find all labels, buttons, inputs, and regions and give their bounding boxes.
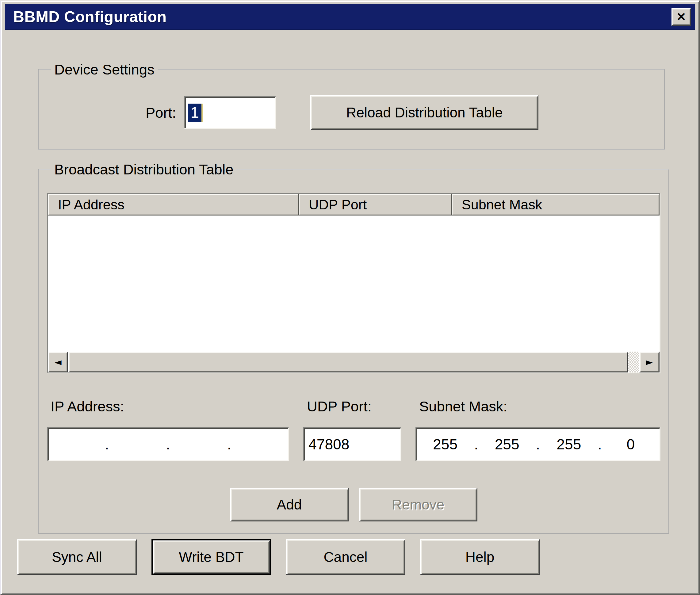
udp-port-label: UDP Port: — [303, 398, 401, 415]
sync-all-button[interactable]: Sync All — [17, 539, 137, 575]
subnet-dot: . — [597, 436, 601, 453]
broadcast-distribution-table-legend: Broadcast Distribution Table — [51, 161, 236, 178]
port-input-selected-text: 1 — [188, 104, 203, 122]
listview-header: IP Address UDP Port Subnet Mask — [48, 194, 660, 216]
remove-button: Remove — [359, 488, 477, 521]
window-title: BBMD Configuration — [13, 8, 671, 26]
entry-labels-row: IP Address: UDP Port: Subnet Mask: — [47, 398, 661, 415]
port-label: Port: — [146, 104, 176, 121]
subnet-mask-label: Subnet Mask: — [416, 398, 661, 415]
ip-dot: . — [105, 436, 109, 453]
close-icon: ✕ — [676, 11, 686, 23]
add-remove-row: Add Remove — [47, 488, 661, 521]
subnet-mask-input[interactable]: 255 . 255 . 255 . 0 — [416, 427, 661, 461]
close-button[interactable]: ✕ — [671, 8, 691, 26]
broadcast-distribution-table-group: Broadcast Distribution Table IP Address … — [38, 161, 669, 534]
subnet-octet-3[interactable]: 255 — [540, 436, 597, 453]
add-button[interactable]: Add — [230, 488, 348, 521]
scroll-left-button[interactable]: ◄ — [48, 351, 68, 372]
ip-address-label: IP Address: — [47, 398, 289, 415]
horizontal-scrollbar: ◄ ► — [48, 351, 660, 372]
scrollbar-thumb[interactable] — [68, 351, 628, 372]
udp-port-value: 47808 — [308, 436, 349, 453]
scroll-left-icon: ◄ — [54, 358, 61, 367]
listview-body-empty[interactable] — [48, 216, 660, 351]
subnet-octet-4[interactable]: 0 — [602, 436, 660, 453]
dialog-content: Device Settings Port: 1 Reload Distribut… — [5, 30, 695, 590]
ip-address-input[interactable]: . . . — [47, 427, 289, 461]
column-header-subnet-mask[interactable]: Subnet Mask — [452, 194, 660, 216]
scroll-right-button[interactable]: ► — [639, 351, 660, 372]
footer-button-row: Sync All Write BDT Cancel Help — [7, 539, 693, 575]
port-row: Port: 1 Reload Distribution Table — [47, 95, 656, 130]
subnet-dot: . — [474, 436, 478, 453]
title-bar[interactable]: BBMD Configuration ✕ — [5, 4, 695, 30]
column-header-ip-address[interactable]: IP Address — [48, 194, 299, 216]
cancel-button[interactable]: Cancel — [286, 539, 405, 575]
device-settings-group: Device Settings Port: 1 Reload Distribut… — [38, 61, 665, 150]
scroll-right-icon: ► — [646, 358, 653, 367]
bbmd-configuration-dialog: BBMD Configuration ✕ Device Settings Por… — [0, 0, 700, 595]
port-input[interactable]: 1 — [184, 96, 276, 129]
reload-distribution-table-button[interactable]: Reload Distribution Table — [310, 95, 538, 130]
udp-port-input[interactable]: 47808 — [303, 427, 401, 461]
scrollbar-track[interactable] — [628, 351, 639, 372]
write-bdt-button[interactable]: Write BDT — [151, 539, 271, 575]
subnet-octet-1[interactable]: 255 — [416, 436, 474, 453]
ip-dot: . — [227, 436, 231, 453]
column-header-udp-port[interactable]: UDP Port — [299, 194, 452, 216]
help-button[interactable]: Help — [420, 539, 540, 575]
entry-inputs-row: . . . 47808 255 . 255 . 255 . 0 — [47, 427, 661, 461]
distribution-table-listview: IP Address UDP Port Subnet Mask ◄ ► — [47, 193, 661, 373]
subnet-octet-2[interactable]: 255 — [478, 436, 536, 453]
ip-dot: . — [166, 436, 170, 453]
device-settings-legend: Device Settings — [51, 61, 158, 78]
subnet-dot: . — [536, 436, 540, 453]
